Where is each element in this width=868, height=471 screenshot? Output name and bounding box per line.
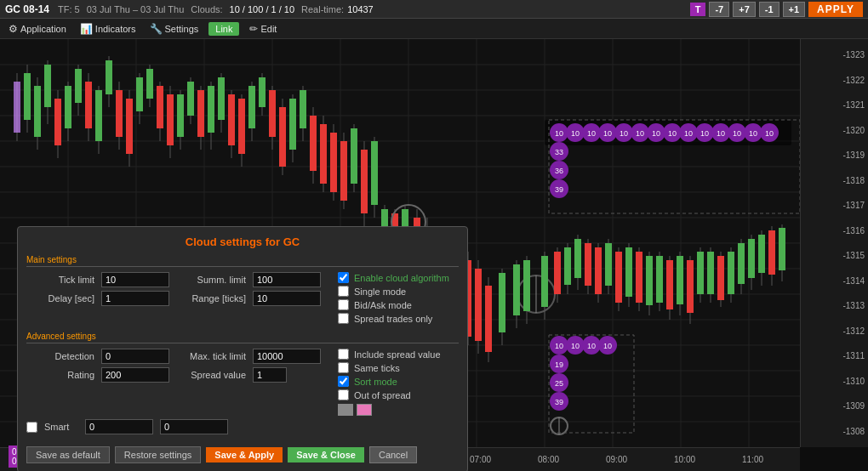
- sort-mode-row: Sort mode: [338, 376, 459, 387]
- enable-cloud-checkbox[interactable]: [338, 272, 349, 283]
- svg-rect-54: [146, 69, 153, 99]
- save-close-button[interactable]: Save & Close: [288, 447, 364, 462]
- color-swatch-2[interactable]: [357, 404, 372, 416]
- application-menu[interactable]: ⚙ Application: [5, 21, 70, 37]
- price-1310: -1310: [804, 377, 865, 386]
- enable-cloud-label: Enable cloud algorithm: [354, 273, 449, 283]
- menu-bar: ⚙ Application 📊 Indicators 🔧 Settings Li…: [0, 19, 868, 39]
- save-as-default-button[interactable]: Save as default: [26, 446, 110, 463]
- advanced-settings-section: Advanced settings Detection Rating Max. …: [26, 332, 459, 438]
- svg-text:33: 33: [555, 148, 563, 156]
- svg-rect-186: [646, 256, 653, 305]
- date-range: 03 Jul Thu – 03 Jul Thu: [87, 4, 185, 14]
- svg-rect-60: [177, 94, 184, 137]
- restore-settings-button[interactable]: Restore settings: [115, 446, 201, 463]
- settings-menu[interactable]: 🔧 Settings: [146, 21, 203, 37]
- svg-text:10: 10: [733, 129, 741, 138]
- application-label: Application: [20, 24, 66, 34]
- svg-rect-172: [574, 239, 581, 278]
- svg-rect-92: [340, 141, 347, 201]
- pencil-icon: ✏: [249, 23, 258, 35]
- save-apply-button[interactable]: Save & Apply: [206, 447, 283, 462]
- summ-limit-input[interactable]: [253, 272, 321, 287]
- bid-ask-label: Bid/Ask mode: [354, 300, 412, 310]
- spread-value-row: Spread value: [178, 367, 321, 383]
- price-1315: -1315: [804, 251, 865, 260]
- smart-label: Smart: [44, 422, 78, 432]
- svg-rect-208: [758, 235, 765, 273]
- tick-limit-label: Tick limit: [26, 275, 94, 285]
- main-area: 10 10 10 10 10 10 10 10 10 10 10 10 10 1…: [0, 39, 868, 471]
- svg-text:36: 36: [555, 167, 563, 175]
- svg-rect-88: [320, 124, 327, 184]
- svg-text:10: 10: [603, 342, 612, 350]
- include-spread-checkbox[interactable]: [338, 349, 349, 360]
- same-ticks-checkbox[interactable]: [338, 362, 349, 373]
- indicators-menu[interactable]: 📊 Indicators: [77, 21, 140, 37]
- spread-value-label: Spread value: [178, 370, 246, 380]
- svg-rect-198: [707, 252, 714, 294]
- svg-text:10: 10: [555, 129, 563, 138]
- link-button[interactable]: Link: [208, 22, 239, 36]
- max-tick-input[interactable]: [253, 349, 321, 364]
- tick-limit-input[interactable]: [101, 272, 169, 287]
- tick-limit-row: Tick limit: [26, 272, 169, 287]
- price-1312: -1312: [804, 326, 865, 336]
- detection-input[interactable]: [101, 349, 169, 364]
- svg-text:39: 39: [555, 185, 563, 194]
- price-1318: -1318: [804, 176, 865, 185]
- svg-text:10: 10: [555, 342, 563, 350]
- time-1100: 11:00: [742, 455, 763, 464]
- spread-value-input[interactable]: [253, 367, 287, 383]
- advanced-settings-label: Advanced settings: [26, 332, 459, 343]
- svg-text:10: 10: [684, 129, 693, 138]
- wrench-icon: 🔧: [150, 23, 163, 35]
- svg-rect-40: [75, 69, 82, 103]
- time-0700: 07:00: [470, 455, 491, 464]
- detection-label: Detection: [26, 351, 94, 361]
- bid-ask-row: Bid/Ask mode: [338, 299, 459, 310]
- svg-rect-58: [167, 94, 174, 145]
- price-1311: -1311: [804, 351, 865, 360]
- svg-rect-212: [779, 228, 785, 270]
- apply-button[interactable]: APPLY: [808, 2, 863, 17]
- price-1322: -1322: [804, 76, 865, 85]
- smart-input2[interactable]: [160, 419, 228, 434]
- color-swatch-1[interactable]: [338, 404, 353, 416]
- svg-rect-194: [687, 260, 694, 313]
- clouds-value: 10 / 100 / 1 / 10: [230, 4, 294, 14]
- range-input[interactable]: [253, 291, 321, 306]
- svg-rect-196: [697, 252, 704, 294]
- svg-rect-184: [636, 252, 642, 303]
- svg-text:25: 25: [555, 379, 563, 388]
- svg-rect-188: [656, 256, 663, 303]
- svg-rect-206: [748, 239, 755, 278]
- sort-mode-checkbox[interactable]: [338, 376, 349, 387]
- tf-label: TF: 5: [58, 4, 80, 14]
- main-settings-label: Main settings: [26, 255, 459, 267]
- svg-rect-74: [248, 86, 255, 128]
- detection-row: Detection: [26, 349, 169, 364]
- svg-rect-180: [615, 252, 622, 303]
- out-of-spread-checkbox[interactable]: [338, 389, 349, 400]
- svg-rect-176: [595, 247, 602, 294]
- single-mode-checkbox[interactable]: [338, 286, 349, 297]
- smart-checkbox[interactable]: [26, 422, 37, 433]
- svg-rect-204: [738, 243, 745, 284]
- t-button[interactable]: T: [690, 3, 706, 16]
- range-row: Range [ticks]: [178, 291, 321, 306]
- cancel-button[interactable]: Cancel: [369, 446, 417, 463]
- same-ticks-label: Same ticks: [354, 363, 400, 373]
- edit-menu[interactable]: ✏ Edit: [246, 21, 280, 37]
- nav-plus1-button[interactable]: +1: [783, 2, 806, 17]
- spread-trades-checkbox[interactable]: [338, 313, 349, 324]
- nav-minus1-button[interactable]: -1: [759, 2, 779, 17]
- price-1313: -1313: [804, 301, 865, 310]
- bid-ask-checkbox[interactable]: [338, 299, 349, 310]
- rating-input[interactable]: [101, 367, 169, 383]
- delay-input[interactable]: [101, 291, 169, 306]
- price-1320: -1320: [804, 126, 865, 135]
- nav-minus7-button[interactable]: -7: [709, 2, 729, 17]
- nav-plus7-button[interactable]: +7: [733, 2, 756, 17]
- smart-input1[interactable]: [85, 419, 153, 434]
